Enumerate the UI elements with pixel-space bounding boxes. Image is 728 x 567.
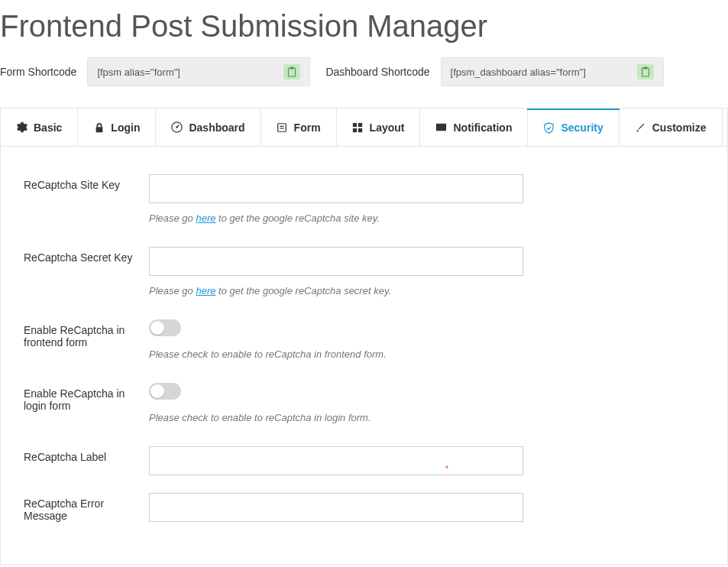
dashboard-shortcode-label: Dashboard Shortcode — [325, 66, 429, 78]
enable-frontend-toggle[interactable] — [149, 319, 181, 336]
enable-login-toggle[interactable] — [149, 383, 181, 400]
tab-login-label: Login — [111, 122, 140, 134]
copy-form-shortcode[interactable] — [283, 64, 300, 79]
recaptcha-error-input[interactable] — [149, 493, 523, 522]
site-key-link[interactable]: here — [196, 212, 215, 224]
svg-rect-3 — [643, 67, 647, 70]
enable-frontend-hint: Please check to enable to reCaptcha in f… — [149, 348, 523, 360]
svg-rect-1 — [290, 67, 294, 70]
enable-frontend-label: Enable ReCaptcha in frontend form — [24, 319, 149, 360]
site-key-hint: Please go here to get the google reCaptc… — [149, 212, 523, 224]
svg-rect-0 — [289, 68, 296, 76]
brush-icon — [635, 122, 646, 133]
tab-security[interactable]: Security — [528, 109, 619, 146]
form-shortcode-box[interactable]: [fpsm alias="form"] — [87, 57, 310, 86]
recaptcha-label-label: ReCaptcha Label — [24, 446, 149, 484]
tab-dashboard-label: Dashboard — [189, 122, 244, 134]
dashboard-icon — [171, 122, 183, 133]
enable-login-label: Enable ReCaptcha in login form — [24, 383, 149, 423]
tab-customize[interactable]: Customize — [620, 109, 723, 146]
tab-customize-label: Customize — [652, 122, 707, 134]
tab-security-label: Security — [561, 122, 603, 134]
svg-rect-6 — [278, 123, 286, 131]
enable-login-hint: Please check to enable to reCaptcha in l… — [149, 412, 523, 423]
svg-rect-10 — [358, 122, 362, 126]
required-star: * — [445, 465, 728, 473]
svg-rect-12 — [358, 128, 362, 131]
tab-layout[interactable]: Layout — [337, 109, 421, 146]
site-key-label: ReCaptcha Site Key — [24, 174, 149, 224]
tab-notification[interactable]: Notification — [420, 109, 528, 146]
clipboard-icon — [287, 66, 296, 77]
secret-key-hint: Please go here to get the google reCaptc… — [149, 285, 523, 296]
tab-basic-label: Basic — [34, 122, 62, 134]
gear-icon — [16, 122, 28, 133]
tab-notification-label: Notification — [453, 122, 512, 134]
tab-login[interactable]: Login — [78, 109, 156, 146]
svg-point-5 — [176, 126, 178, 128]
secret-key-input[interactable] — [149, 247, 523, 276]
clipboard-icon — [641, 66, 650, 77]
copy-dashboard-shortcode[interactable] — [637, 64, 654, 79]
shortcode-row: Form Shortcode [fpsm alias="form"] Dashb… — [0, 57, 728, 86]
toggle-knob — [150, 384, 164, 398]
secret-key-link[interactable]: here — [196, 285, 215, 296]
layout-icon — [352, 122, 364, 133]
dashboard-shortcode-box[interactable]: [fpsm_dashboard alias="form"] — [441, 57, 664, 86]
tab-form-label: Form — [294, 122, 321, 134]
tabs: Basic Login Dashboard Form Layout Notifi… — [0, 108, 728, 146]
tab-form[interactable]: Form — [261, 109, 337, 146]
tab-layout-label: Layout — [370, 122, 405, 134]
lock-icon — [93, 122, 105, 133]
tab-dashboard[interactable]: Dashboard — [156, 109, 260, 146]
dashboard-shortcode-value: [fpsm_dashboard alias="form"] — [451, 66, 586, 78]
shield-icon — [543, 122, 555, 134]
page-title: Frontend Post Submission Manager — [0, 0, 728, 57]
tab-content-security: ReCaptcha Site Key Please go here to get… — [0, 146, 728, 565]
site-key-input[interactable] — [149, 174, 523, 203]
form-shortcode-value: [fpsm alias="form"] — [97, 66, 180, 78]
secret-key-label: ReCaptcha Secret Key — [24, 247, 149, 296]
recaptcha-error-label: ReCaptcha Error Message — [24, 493, 149, 522]
form-icon — [277, 122, 288, 133]
svg-rect-2 — [642, 68, 649, 76]
svg-rect-11 — [353, 128, 357, 131]
mail-icon — [435, 122, 447, 133]
toggle-knob — [150, 321, 164, 335]
tab-basic[interactable]: Basic — [1, 109, 78, 146]
form-shortcode-label: Form Shortcode — [0, 66, 76, 78]
svg-rect-9 — [353, 122, 357, 126]
